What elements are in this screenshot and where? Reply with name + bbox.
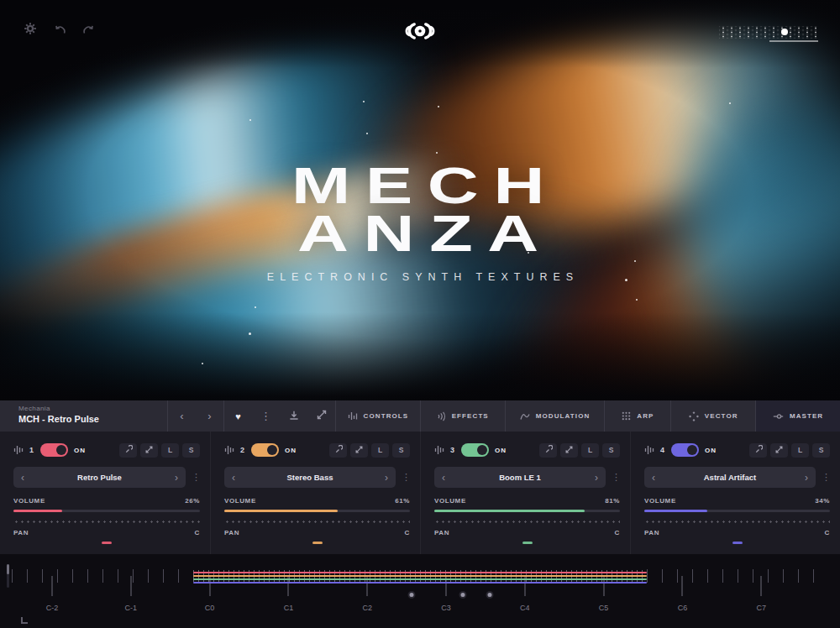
volume-slider[interactable] [644,510,830,512]
arp-grid-icon [622,411,631,421]
channel-strip: 2 ON L S ‹ Stereo Bass › ⋮ VOLUME [210,432,420,554]
brand-label: Mechania [18,405,167,412]
channel-menu-button[interactable]: ⋮ [822,472,830,483]
speck [202,363,203,364]
speck [729,102,731,104]
solo-button[interactable]: S [602,443,620,458]
pan-label: PAN [13,529,29,536]
volume-fill [434,510,585,512]
expand-channel-button[interactable] [560,443,578,458]
speck [255,306,256,308]
current-preset-name[interactable]: MCH - Retro Pulse [18,414,167,424]
top-bar [0,0,840,60]
preset-next-button[interactable]: › [385,473,388,483]
range-line [193,578,647,580]
ruler-tick [118,569,118,583]
pan-slider[interactable] [224,521,410,523]
solo-button[interactable]: S [392,443,410,458]
channel-on-toggle[interactable] [461,443,489,457]
octave-label: C-1 [125,604,138,612]
latch-button[interactable]: L [161,443,179,458]
undo-button[interactable] [51,22,68,39]
wrench-button[interactable] [749,443,767,458]
preset-next-button[interactable]: › [175,473,178,483]
wrench-button[interactable] [329,443,347,458]
channel-menu-button[interactable]: ⋮ [402,472,410,483]
preset-info[interactable]: Mechania MCH - Retro Pulse [0,400,167,432]
tab-arp[interactable]: ARP [604,400,670,432]
expand-button[interactable] [307,400,335,432]
tab-controls[interactable]: CONTROLS [335,400,420,432]
volume-slider[interactable] [434,510,620,512]
keyboard-range: C-2C-1C0C1C2C3C4C5C6C7 [0,554,840,628]
latch-button[interactable]: L [791,443,809,458]
pan-value: C [405,529,410,536]
channel-preset-selector[interactable]: ‹ Boom LE 1 › [434,467,606,488]
on-label: ON [285,447,297,454]
tab-label: ARP [637,412,654,420]
next-preset-button[interactable]: › [196,400,223,432]
tab-label: VECTOR [705,412,738,420]
more-options-button[interactable]: ⋮ [252,400,280,432]
channel-preset-selector[interactable]: ‹ Stereo Bass › [224,467,396,488]
redo-icon [83,23,95,38]
plugin-window: MECH ANZA ELECTRONIC SYNTH TEXTURES [0,0,840,628]
channel-on-toggle[interactable] [251,443,279,457]
prev-preset-button[interactable]: ‹ [168,400,196,432]
tab-label: EFFECTS [452,412,489,420]
expand-channel-button[interactable] [140,443,158,458]
pan-slider[interactable] [13,521,200,523]
pan-slider[interactable] [644,521,830,523]
ruler-tick [178,569,179,583]
wrench-button[interactable] [119,443,137,458]
ruler-tick [163,569,164,583]
favorite-button[interactable]: ♥ [224,400,252,432]
range-handle[interactable] [486,591,494,599]
solo-button[interactable]: S [182,443,200,458]
latch-button[interactable]: L [581,443,599,458]
volume-slider[interactable] [224,510,410,512]
channel-on-toggle[interactable] [40,443,68,457]
channel-menu-button[interactable]: ⋮ [612,472,620,483]
range-line [193,572,647,573]
latch-button[interactable]: L [371,443,389,458]
channel-menu-button[interactable]: ⋮ [192,472,200,483]
expand-channel-button[interactable] [350,443,368,458]
range-handle[interactable] [459,591,467,599]
solo-button[interactable]: S [812,443,830,458]
settings-button[interactable] [22,22,39,39]
waveform-icon [644,445,655,455]
redo-button[interactable] [81,22,97,39]
expand-channel-button[interactable] [770,443,788,458]
preset-next-button[interactable]: › [595,473,598,483]
octave-label: C5 [599,604,609,612]
pan-label: PAN [434,529,449,536]
ruler-tick [27,569,28,583]
volume-fill [644,510,707,512]
tab-effects[interactable]: EFFECTS [420,400,505,432]
volume-slider[interactable] [13,510,200,512]
preset-next-button[interactable]: › [805,473,808,483]
pan-value: C [825,529,830,536]
tab-modulation[interactable]: MODULATION [505,400,605,432]
modulation-icon [520,411,530,421]
range-handle[interactable] [408,591,416,599]
ruler-tick [813,569,814,583]
channel-number: 1 [29,446,34,454]
volume-label: VOLUME [13,497,45,505]
wrench-icon [124,445,133,455]
download-button[interactable] [280,400,307,432]
octave-label: C3 [441,604,451,612]
channel-on-toggle[interactable] [671,443,699,457]
key-ruler[interactable] [0,563,840,589]
speck [249,119,251,121]
wrench-button[interactable] [539,443,557,458]
pan-slider[interactable] [434,521,620,523]
speck [366,133,368,134]
channel-preset-selector[interactable]: ‹ Astral Artifact › [644,467,816,488]
tab-master[interactable]: MASTER [755,400,840,432]
ruler-tick [87,569,88,583]
toggle-knob [267,445,277,455]
tab-vector[interactable]: VECTOR [670,400,755,432]
channel-preset-selector[interactable]: ‹ Retro Pulse › [13,467,186,488]
